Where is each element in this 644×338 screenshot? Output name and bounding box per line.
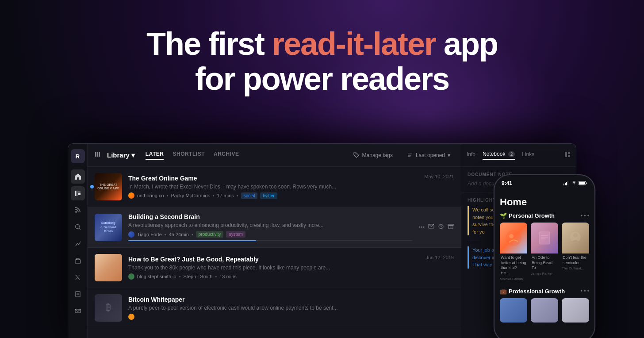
article-title: How to Be Great? Just Be Good, Repeatabl… <box>128 256 419 263</box>
phone-section-professional: 💼 Professional Growth • • • <box>500 288 589 323</box>
article-info: Building a Second Brain A revolutionary … <box>128 213 412 241</box>
source-name: Tiago Forte <box>137 232 162 237</box>
card-art <box>505 229 522 247</box>
rpanel-tab-links[interactable]: Links <box>522 151 534 159</box>
tab-later[interactable]: LATER <box>146 151 164 160</box>
manage-tags-button[interactable]: Manage tags <box>350 150 396 160</box>
thumbnail-great-online-game: THE GREAT ONLINE GAME <box>95 173 122 200</box>
svg-rect-27 <box>568 152 570 154</box>
article-item[interactable]: ₿ Bitcoin Whitepaper A purely peer-to-pe… <box>88 288 461 328</box>
article-title: The Great Online Game <box>128 175 418 182</box>
briefcase-icon <box>74 257 81 264</box>
phone-card[interactable] <box>562 298 589 323</box>
bookmark-icon[interactable] <box>428 223 434 231</box>
card-label: Want to get better at being thankful? He… <box>500 254 527 277</box>
archive-icon[interactable] <box>448 223 454 231</box>
library-header: Library ▾ LATER SHORTLIST ARCHIVE Manage… <box>88 144 461 167</box>
library-label: Library <box>107 151 130 159</box>
article-meta: notboring.co • Packy McCormick • 17 mins… <box>128 192 418 199</box>
svg-rect-26 <box>565 152 567 157</box>
tag-system[interactable]: system <box>226 231 245 238</box>
svg-rect-15 <box>99 152 100 157</box>
phone-card[interactable]: Don't fear the semicolon The Cultural... <box>562 223 589 281</box>
article-date: Jun 12, 2019 <box>426 254 454 260</box>
svg-text:₿: ₿ <box>106 303 111 312</box>
tab-archive[interactable]: ARCHIVE <box>214 151 239 160</box>
brand-logo[interactable]: R <box>71 149 85 163</box>
nav-tabs: LATER SHORTLIST ARCHIVE <box>146 151 239 160</box>
card-image <box>562 223 589 254</box>
phone-mockup: 9:41 Home 🌱 Personal Growth • • • <box>494 174 595 338</box>
section-label: Personal Growth <box>509 212 555 219</box>
section-menu[interactable]: • • • <box>581 213 589 219</box>
tab-shortlist[interactable]: SHORTLIST <box>172 151 205 160</box>
progress-fill <box>128 240 256 241</box>
tag-productivity[interactable]: productivity <box>196 231 224 238</box>
phone-card[interactable] <box>531 298 558 323</box>
sidebar-item-growth[interactable] <box>71 237 85 251</box>
article-info: Bitcoin Whitepaper A purely peer-to-peer… <box>128 296 454 320</box>
hero-section: The first read-it-later app for power re… <box>0 27 644 96</box>
phone-cards-row: Want to get better at being thankful? He… <box>500 223 589 281</box>
article-item[interactable]: How to Be Great? Just Be Good, Repeatabl… <box>88 248 461 288</box>
svg-rect-8 <box>75 260 80 263</box>
phone-status-bar: 9:41 <box>494 175 594 191</box>
section-menu[interactable]: • • • <box>581 288 589 294</box>
main-content: Library ▾ LATER SHORTLIST ARCHIVE Manage… <box>88 144 461 338</box>
svg-rect-31 <box>566 182 567 185</box>
hero-text-start: The first <box>146 26 272 61</box>
sidebar-item-briefcase[interactable] <box>71 254 85 268</box>
tag-icon <box>353 152 360 158</box>
article-item[interactable]: Buildinga SecondBrain Building a Second … <box>88 207 461 248</box>
card-art <box>567 229 584 247</box>
tag-social[interactable]: social <box>241 192 258 199</box>
svg-rect-14 <box>97 152 98 157</box>
tag-twitter[interactable]: twitter <box>260 192 277 199</box>
source-icon <box>128 192 134 199</box>
hero-accent: read-it-later <box>272 26 436 61</box>
phone-content: Home 🌱 Personal Growth • • • <box>494 191 594 338</box>
article-title: Bitcoin Whitepaper <box>128 296 454 303</box>
sidebar: R <box>68 144 88 338</box>
read-time: 17 mins <box>217 193 234 198</box>
article-title: Building a Second Brain <box>128 213 412 220</box>
rpanel-tab-info[interactable]: Info <box>467 151 475 159</box>
sidebar-item-search[interactable] <box>71 220 85 234</box>
card-label: An Ode to Being Read To <box>531 254 558 272</box>
phone-frame: 9:41 Home 🌱 Personal Growth • • • <box>494 174 595 338</box>
article-excerpt: Thank you to the 80k people who have rea… <box>128 265 419 271</box>
library-chevron[interactable]: ▾ <box>131 151 135 159</box>
doc-icon <box>74 291 81 298</box>
panel-layout-icon[interactable] <box>564 151 571 159</box>
phone-section-personal: 🌱 Personal Growth • • • <box>500 212 589 281</box>
article-excerpt: In March, I wrote that Excel Never Dies.… <box>128 184 418 190</box>
search-icon <box>74 223 81 230</box>
sidebar-item-doc[interactable] <box>71 287 85 301</box>
source-name: blog.stephsmith.io <box>137 274 176 279</box>
sidebar-item-feed[interactable] <box>71 203 85 217</box>
sort-icon <box>407 152 413 158</box>
article-date: May 10, 2021 <box>424 173 454 179</box>
phone-card[interactable]: An Ode to Being Read To James Parker <box>531 223 558 281</box>
clock-icon[interactable] <box>438 223 444 231</box>
sidebar-item-home[interactable] <box>71 169 85 184</box>
phone-card[interactable]: Want to get better at being thankful? He… <box>500 223 527 281</box>
svg-rect-0 <box>75 191 76 196</box>
sidebar-item-email[interactable] <box>71 304 85 318</box>
card-author: The Cultural... <box>562 266 589 270</box>
sidebar-item-library[interactable] <box>71 186 85 200</box>
sort-button[interactable]: Last opened ▾ <box>403 150 454 160</box>
phone-section-title: 💼 Professional Growth <box>500 288 565 295</box>
article-item[interactable]: THE GREAT ONLINE GAME The Great Online G… <box>88 167 461 207</box>
bars-icon <box>95 151 102 158</box>
rpanel-tab-notebook[interactable]: Notebook 2 <box>483 151 515 160</box>
thumbnail-second-brain: Buildinga SecondBrain <box>95 214 122 241</box>
progress-bar <box>128 240 412 241</box>
growth-icon <box>74 240 81 247</box>
svg-rect-4 <box>78 194 80 195</box>
wifi-icon <box>571 181 577 185</box>
more-options-icon[interactable]: ••• <box>418 224 425 230</box>
card-image <box>531 223 558 254</box>
sidebar-item-twitter[interactable] <box>71 270 85 284</box>
phone-card[interactable] <box>500 298 527 323</box>
